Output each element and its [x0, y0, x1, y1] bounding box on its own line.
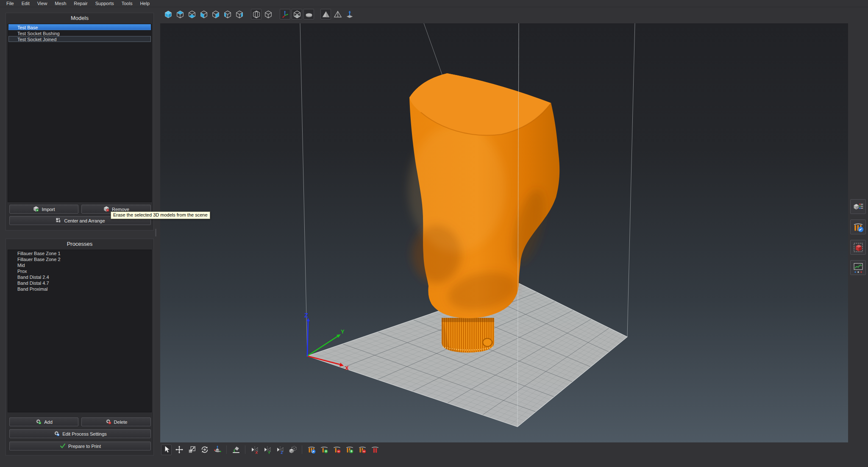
- toolbar-separator: [302, 445, 302, 454]
- scene-info-button[interactable]: [850, 199, 866, 214]
- duplicate-button[interactable]: [287, 445, 298, 455]
- view-left-icon: [223, 10, 232, 19]
- menu-edit[interactable]: Edit: [18, 0, 33, 6]
- lay-flat-button[interactable]: [231, 445, 241, 455]
- mirror-y-icon: Y: [263, 445, 272, 454]
- clear-supports-button[interactable]: [370, 445, 380, 455]
- panel-splitter[interactable]: [155, 229, 156, 236]
- center-arrange-icon: [55, 217, 62, 225]
- process-list-item[interactable]: Prox: [8, 268, 151, 274]
- pyramid-wire-icon: [333, 10, 342, 19]
- orthographic-button[interactable]: [251, 9, 262, 19]
- process-list-item[interactable]: Fillauer Base Zone 2: [8, 256, 151, 262]
- menu-supports[interactable]: Supports: [92, 0, 118, 6]
- menu-bar: FileEditViewMeshRepairSupportsToolsHelp: [0, 0, 868, 7]
- move-button[interactable]: [174, 445, 184, 455]
- menu-view[interactable]: View: [33, 0, 51, 6]
- process-list-item[interactable]: Fillauer Base Zone 1: [8, 250, 151, 256]
- mirror-y-button[interactable]: Y: [262, 445, 273, 455]
- delete-process-button[interactable]: − Delete: [81, 417, 151, 426]
- view-back-button[interactable]: [210, 9, 221, 19]
- mirror-z-button[interactable]: Z: [275, 445, 285, 455]
- mirror-z-icon: Z: [275, 445, 285, 454]
- edit-support-mode-button[interactable]: [850, 220, 866, 234]
- menu-mesh[interactable]: Mesh: [51, 0, 70, 6]
- show-axes-button[interactable]: [280, 9, 290, 19]
- svg-text:−: −: [363, 450, 365, 453]
- import-icon: +: [33, 206, 39, 213]
- select-icon: [162, 445, 171, 454]
- prepare-to-print-label: Prepare to Print: [68, 444, 101, 449]
- mirror-x-icon: X: [250, 445, 259, 454]
- menu-help[interactable]: Help: [136, 0, 153, 6]
- add-support-button[interactable]: +: [319, 445, 329, 455]
- view-top-button[interactable]: [175, 9, 185, 19]
- show-build-volume-button[interactable]: [292, 9, 302, 19]
- view-right-button[interactable]: [234, 9, 245, 19]
- toolbar-separator: [226, 445, 227, 454]
- slice-view-icon: [852, 242, 864, 253]
- side-toolbar: [850, 199, 866, 275]
- view-left-button[interactable]: [222, 9, 233, 19]
- ortho-icon: [252, 10, 261, 19]
- rotate-around-axis-button[interactable]: [212, 445, 223, 455]
- svg-text:X: X: [255, 451, 258, 454]
- view-home-button[interactable]: [163, 9, 173, 19]
- process-list-item[interactable]: Band Distal 2.4: [8, 274, 151, 280]
- svg-text:+: +: [325, 450, 327, 453]
- application-window: FileEditViewMeshRepairSupportsToolsHelp …: [0, 0, 868, 467]
- process-list-item[interactable]: Band Proximal: [8, 286, 151, 292]
- add-support-group-button[interactable]: +: [344, 445, 355, 455]
- edit-process-settings-label: Edit Process Settings: [62, 431, 107, 436]
- shaded-view-button[interactable]: [320, 9, 331, 19]
- remove-support-group-button[interactable]: −: [357, 445, 367, 455]
- menu-tools[interactable]: Tools: [118, 0, 136, 6]
- model-list-item[interactable]: Test Socket Bushing: [8, 30, 151, 36]
- view-front-button[interactable]: [198, 9, 209, 19]
- viewport-3d[interactable]: Z Y X: [160, 23, 848, 442]
- edit-process-settings-button[interactable]: ✎ Edit Process Settings: [9, 429, 151, 438]
- import-button[interactable]: + Import: [9, 205, 78, 214]
- menu-file[interactable]: File: [3, 0, 18, 6]
- processes-panel-title: Processes: [6, 239, 153, 249]
- model-list-item[interactable]: Test Socket Joined: [8, 36, 151, 42]
- viewport-canvas[interactable]: Z Y X: [160, 23, 848, 442]
- drop-to-plate-button[interactable]: [344, 9, 355, 19]
- show-build-plate-button[interactable]: [303, 9, 314, 19]
- view-bottom-button[interactable]: [186, 9, 197, 19]
- move-icon: [175, 445, 184, 454]
- svg-text:✎: ✎: [57, 434, 59, 436]
- wireframe-view-button[interactable]: [332, 9, 343, 19]
- add-icon: +: [35, 418, 42, 426]
- support-remove-icon: −: [332, 445, 342, 454]
- remove-icon: −: [103, 206, 110, 213]
- axis-y-label: Y: [341, 328, 345, 335]
- models-list[interactable]: Test BaseTest Socket BushingTest Socket …: [8, 24, 152, 202]
- process-list-item[interactable]: Band Distal 4.7: [8, 280, 151, 286]
- add-process-button[interactable]: + Add: [9, 417, 78, 426]
- statistics-button[interactable]: [850, 260, 866, 275]
- remove-support-button[interactable]: −: [331, 445, 342, 455]
- process-list-item[interactable]: Mid: [8, 262, 151, 268]
- svg-text:+: +: [37, 209, 39, 211]
- mirror-x-button[interactable]: X: [249, 445, 260, 455]
- axis-z-label: Z: [304, 311, 308, 319]
- support-group-add-icon: +: [345, 445, 354, 454]
- svg-text:−: −: [109, 422, 111, 424]
- edit-supports-button[interactable]: [306, 445, 317, 455]
- svg-text:−: −: [337, 450, 339, 453]
- support-add-icon: +: [320, 445, 329, 454]
- processes-list[interactable]: Fillauer Base Zone 1Fillauer Base Zone 2…: [8, 250, 152, 412]
- check-icon: [59, 442, 66, 450]
- scale-button[interactable]: [186, 445, 197, 455]
- perspective-button[interactable]: [263, 9, 273, 19]
- select-button[interactable]: [161, 445, 172, 455]
- menu-repair[interactable]: Repair: [70, 0, 91, 6]
- rotate-button[interactable]: [199, 445, 210, 455]
- svg-text:Z: Z: [281, 451, 283, 454]
- prepare-to-print-button[interactable]: Prepare to Print: [9, 442, 151, 450]
- supports-edit-icon: [307, 445, 316, 454]
- model-list-item[interactable]: Test Base: [8, 24, 151, 30]
- slice-view-button[interactable]: [850, 240, 866, 255]
- model-bushing-cylinder: [442, 318, 494, 353]
